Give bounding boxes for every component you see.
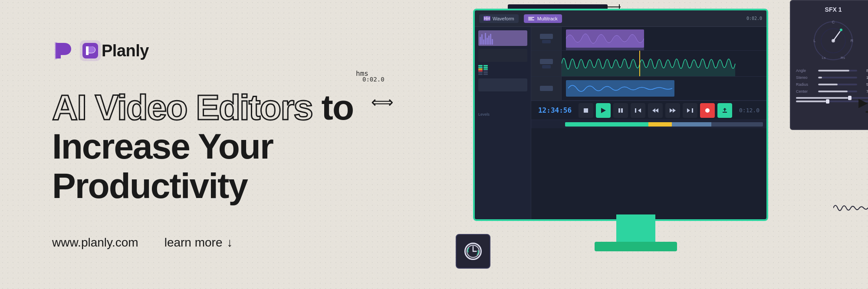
bottom-timeline: [531, 120, 766, 128]
track-label-1: [531, 27, 562, 50]
track-label-2: [531, 51, 562, 76]
svg-marker-16: [601, 108, 606, 113]
svg-marker-21: [652, 108, 655, 113]
svg-rect-26: [692, 108, 693, 113]
timer-widget: [456, 234, 490, 269]
svg-marker-25: [687, 108, 690, 113]
planly-logo-icon: [52, 39, 73, 62]
learn-more-arrow: ↓: [227, 236, 233, 250]
sidebar-thumb-4: [478, 94, 527, 107]
time-offset-label: 0:02.0: [362, 76, 385, 83]
svg-line-12: [833, 30, 841, 41]
svg-text:Ls: Ls: [822, 56, 825, 60]
svg-marker-19: [638, 108, 641, 113]
headline-outline: AI Video Editors: [52, 88, 312, 127]
small-waveform: [833, 199, 868, 217]
play-button[interactable]: [596, 103, 611, 118]
tab1-label: Waveform: [493, 16, 514, 21]
levels-label: Levels: [478, 112, 527, 117]
svg-marker-22: [655, 108, 658, 113]
screen-topbar: Waveform Multitrack 0:02.0: [475, 10, 766, 27]
sfx-params: Angle 80 Stereo 10 Radius: [796, 68, 868, 94]
svg-marker-23: [670, 108, 673, 113]
stop-button[interactable]: [579, 103, 593, 118]
sidebar-thumb-2: [478, 49, 527, 62]
screen-sidebar: Levels: [475, 27, 531, 219]
website-url: www.planly.com: [52, 236, 138, 250]
monitor-screen: Waveform Multitrack 0:02.0: [473, 9, 768, 221]
logo-area: Planly: [52, 39, 356, 62]
track-content-3: [562, 77, 766, 100]
tab-waveform[interactable]: Waveform: [479, 14, 519, 23]
pause-button[interactable]: [613, 103, 628, 118]
record-button[interactable]: [700, 103, 715, 118]
track-area: 12:34:56: [531, 27, 766, 219]
learn-more-text: learn more: [164, 236, 223, 250]
svg-point-27: [705, 108, 710, 113]
svg-text:Rs: Rs: [841, 56, 845, 60]
svg-marker-24: [673, 108, 676, 113]
headline-line2: Increase Your Productivity: [52, 127, 356, 205]
svg-point-14: [840, 29, 842, 31]
right-content: SFX 1 C R L Ls Rs: [430, 0, 868, 289]
tab2-label: Multitrack: [537, 16, 558, 21]
rewind-button[interactable]: [648, 103, 663, 118]
track-content-2: [562, 51, 766, 76]
tab-multitrack[interactable]: Multitrack: [524, 14, 562, 23]
monitor-stand: [616, 214, 655, 251]
export-button[interactable]: [717, 103, 732, 118]
sidebar-thumb-1: [478, 30, 527, 46]
monitor-base: [595, 242, 677, 251]
track-label-3: [531, 77, 562, 100]
svg-text:R: R: [851, 39, 854, 43]
left-content: Planly AI Video Editors to Increase Your…: [0, 39, 356, 250]
circular-meter: C R L Ls Rs: [812, 19, 855, 62]
fast-forward-button[interactable]: [665, 103, 680, 118]
transport-bar: 12:34:56: [531, 101, 766, 120]
learn-more-link[interactable]: learn more ↓: [164, 236, 233, 250]
screen-content: Waveform Multitrack 0:02.0: [475, 10, 766, 219]
banner: Planly AI Video Editors to Increase Your…: [0, 0, 868, 289]
brand-name: Planly: [102, 42, 149, 60]
svg-rect-15: [584, 108, 588, 113]
sfx-param-angle: Angle 80: [796, 68, 868, 73]
track-content-1: [562, 27, 766, 50]
monitor: Waveform Multitrack 0:02.0: [473, 9, 799, 251]
expand-arrows-icon: ⟺: [371, 93, 394, 111]
sfx-panel: SFX 1 C R L Ls Rs: [790, 0, 868, 130]
track-row-2: [531, 51, 766, 77]
timer-icon: [464, 243, 482, 260]
level-meters-sidebar: [478, 65, 527, 75]
timecode-right: 0:12.0: [739, 107, 760, 114]
sfx-param-center: Center 75: [796, 89, 868, 94]
svg-rect-18: [621, 108, 623, 113]
screen-main: Levels: [475, 27, 766, 219]
track-row-1: [531, 27, 766, 51]
sfx-param-stereo: Stereo 10: [796, 75, 868, 80]
skip-forward-button[interactable]: [683, 103, 697, 118]
sidebar-thumb-3: [478, 78, 527, 91]
svg-text:C: C: [832, 20, 835, 24]
track-row-3: [531, 77, 766, 101]
svg-rect-20: [635, 108, 636, 113]
sfx-title: SFX 1: [796, 6, 868, 13]
svg-rect-4: [86, 46, 89, 55]
sfx-sliders: [796, 97, 868, 102]
planly-logo-svg: [79, 39, 102, 62]
sfx-param-radius: Radius 50: [796, 82, 868, 87]
svg-rect-17: [618, 108, 620, 113]
headline: AI Video Editors to Increase Your Produc…: [52, 88, 356, 205]
skip-back-button[interactable]: [631, 103, 645, 118]
time-display: 0:02.0: [746, 16, 762, 21]
svg-text:L: L: [813, 39, 815, 43]
cta-row: www.planly.com learn more ↓: [52, 236, 356, 250]
four-way-arrow-icon: ✛: [865, 104, 868, 120]
timecode-display: 12:34:56: [538, 106, 572, 114]
headline-to: to: [312, 88, 353, 127]
